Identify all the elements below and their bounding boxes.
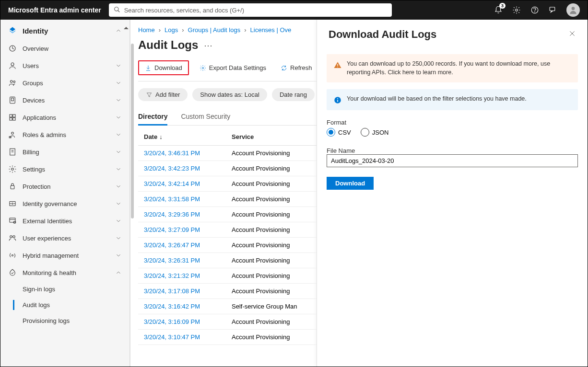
sidebar-section-identity[interactable]: Identity (0, 22, 129, 40)
sidebar-subitem-provisioning-logs[interactable]: Provisioning logs (0, 313, 129, 329)
svg-rect-6 (550, 7, 555, 11)
sidebar-item-monitoring-health[interactable]: Monitoring & health (0, 264, 129, 281)
page-title: Audit Logs (138, 36, 198, 58)
download-submit-button[interactable]: Download (327, 177, 374, 190)
radio-csv[interactable]: CSV (327, 128, 351, 137)
sidebar-item-external-identities[interactable]: External Identities (0, 212, 129, 229)
sidebar-subitem-sign-in-logs[interactable]: Sign-in logs (0, 281, 129, 297)
sidebar-item-applications[interactable]: Applications (0, 109, 129, 126)
show-dates-pill[interactable]: Show dates as: Local (192, 88, 267, 101)
download-button[interactable]: Download (138, 60, 189, 75)
nav-icon (8, 44, 17, 53)
export-settings-button[interactable]: Export Data Settings (196, 62, 270, 73)
settings-icon[interactable] (512, 5, 521, 15)
sidebar-subitem-audit-logs[interactable]: Audit logs (0, 297, 129, 313)
sidebar-item-roles-admins[interactable]: Roles & admins (0, 126, 129, 143)
help-icon[interactable] (530, 5, 540, 15)
date-range-pill[interactable]: Date rang (272, 88, 315, 101)
svg-point-35 (13, 236, 15, 238)
row-date[interactable]: 3/20/24, 3:16:42 PM (138, 303, 232, 310)
row-date[interactable]: 3/20/24, 3:10:47 PM (138, 333, 232, 341)
sidebar-item-settings[interactable]: Settings (0, 161, 129, 178)
sidebar-item-devices[interactable]: Devices (0, 92, 129, 109)
close-button[interactable] (568, 30, 576, 39)
user-avatar[interactable] (566, 3, 580, 17)
table-row[interactable]: 3/20/24, 3:46:31 PM Account Provisioning (138, 146, 317, 161)
row-date[interactable]: 3/20/24, 3:21:32 PM (138, 272, 232, 279)
identity-icon (8, 26, 17, 35)
radio-json[interactable]: JSON (361, 128, 389, 137)
row-date[interactable]: 3/20/24, 3:31:58 PM (138, 195, 232, 203)
table-row[interactable]: 3/20/24, 3:16:42 PM Self-service Group M… (138, 299, 317, 314)
nav-icon (8, 130, 17, 139)
nav-icon (8, 251, 17, 260)
sidebar-item-identity-governance[interactable]: Identity governance (0, 195, 129, 212)
column-header-date[interactable]: Date ↓ (138, 133, 232, 140)
row-date[interactable]: 3/20/24, 3:29:36 PM (138, 211, 232, 218)
breadcrumb-link[interactable]: Licenses | Ove (250, 26, 292, 34)
sidebar-item-overview[interactable]: Overview (0, 40, 129, 57)
table-row[interactable]: 3/20/24, 3:10:47 PM Account Provisioning (138, 330, 317, 345)
content-scrollbar[interactable] (130, 44, 134, 362)
table-row[interactable]: 3/20/24, 3:21:32 PM Account Provisioning (138, 268, 317, 284)
table-row[interactable]: 3/20/24, 3:26:31 PM Account Provisioning (138, 253, 317, 268)
row-date[interactable]: 3/20/24, 3:46:31 PM (138, 149, 232, 157)
column-header-service[interactable]: Service (232, 133, 317, 140)
chevron-down-icon (115, 235, 122, 241)
main-content: Home› Logs› Groups | Audit logs› License… (130, 20, 317, 367)
sort-arrow-icon: ↓ (159, 133, 163, 140)
svg-point-25 (12, 168, 14, 171)
row-service: Account Provisioning (232, 226, 317, 233)
breadcrumb-link[interactable]: Logs (165, 26, 178, 34)
table-row[interactable]: 3/20/24, 3:17:08 PM Account Provisioning (138, 284, 317, 299)
tab-custom-security[interactable]: Custom Security (181, 109, 230, 125)
sidebar-item-groups[interactable]: Groups (0, 74, 129, 92)
chevron-down-icon (115, 218, 122, 224)
breadcrumb-link[interactable]: Groups | Audit logs (188, 26, 241, 34)
sidebar-item-user-experiences[interactable]: User experiences (0, 229, 129, 247)
sidebar-item-hybrid-management[interactable]: Hybrid management (0, 247, 129, 264)
breadcrumb-link[interactable]: Home (138, 26, 155, 34)
nav-icon (8, 61, 17, 70)
svg-rect-17 (13, 115, 15, 117)
nav-icon (8, 165, 17, 173)
row-date[interactable]: 3/20/24, 3:26:31 PM (138, 257, 232, 264)
notifications-icon[interactable]: 3 (494, 5, 503, 15)
row-date[interactable]: 3/20/24, 3:42:23 PM (138, 165, 232, 172)
row-date[interactable]: 3/20/24, 3:42:14 PM (138, 180, 232, 187)
global-search[interactable]: Search resources, services, and docs (G+… (109, 3, 392, 17)
table-row[interactable]: 3/20/24, 3:29:36 PM Account Provisioning (138, 207, 317, 222)
sidebar-item-billing[interactable]: Billing (0, 143, 129, 161)
table-row[interactable]: 3/20/24, 3:31:58 PM Account Provisioning (138, 192, 317, 207)
row-date[interactable]: 3/20/24, 3:26:47 PM (138, 241, 232, 249)
info-icon (333, 96, 342, 104)
svg-point-28 (12, 203, 13, 205)
nav-icon (8, 234, 17, 242)
row-service: Account Provisioning (232, 241, 317, 249)
table-row[interactable]: 3/20/24, 3:26:47 PM Account Provisioning (138, 238, 317, 253)
download-panel: Download Audit Logs You can download up … (317, 20, 588, 367)
page-actions-menu[interactable]: ⋯ (204, 40, 212, 55)
filename-input[interactable] (327, 154, 578, 167)
table-row[interactable]: 3/20/24, 3:27:09 PM Account Provisioning (138, 222, 317, 238)
row-date[interactable]: 3/20/24, 3:27:09 PM (138, 226, 232, 233)
row-date[interactable]: 3/20/24, 3:17:08 PM (138, 287, 232, 295)
tab-directory[interactable]: Directory (138, 109, 167, 126)
row-date[interactable]: 3/20/24, 3:16:09 PM (138, 318, 232, 325)
table-row[interactable]: 3/20/24, 3:42:14 PM Account Provisioning (138, 176, 317, 192)
feedback-icon[interactable] (548, 5, 558, 15)
nav-icon (8, 148, 17, 156)
breadcrumb: Home› Logs› Groups | Audit logs› License… (138, 20, 317, 36)
svg-point-13 (13, 81, 15, 83)
table-row[interactable]: 3/20/24, 3:16:09 PM Account Provisioning (138, 314, 317, 330)
table-row[interactable]: 3/20/24, 3:42:23 PM Account Provisioning (138, 161, 317, 176)
chevron-down-icon (115, 252, 122, 259)
sidebar-item-users[interactable]: Users (0, 57, 129, 74)
add-filter-pill[interactable]: Add filter (138, 88, 188, 101)
sidebar-item-protection[interactable]: Protection (0, 178, 129, 195)
nav-icon (8, 268, 17, 277)
scroll-up-indicator[interactable] (124, 23, 129, 33)
nav-label: Settings (23, 166, 45, 173)
refresh-button[interactable]: Refresh (277, 62, 316, 73)
svg-point-3 (516, 9, 518, 11)
